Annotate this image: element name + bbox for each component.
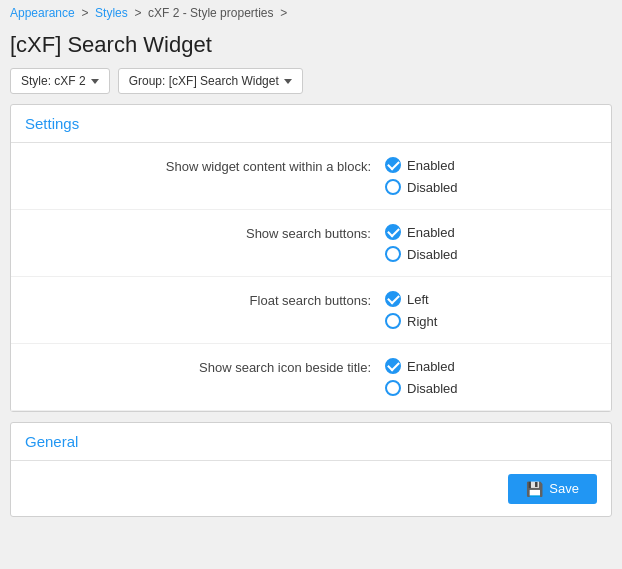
radio-label-0-0: Enabled — [407, 158, 455, 173]
setting-row-3: Show search icon beside title:EnabledDis… — [11, 344, 611, 411]
save-button[interactable]: 💾 Save — [508, 474, 597, 504]
save-label: Save — [549, 481, 579, 496]
radio-option-2-1[interactable]: Right — [385, 313, 437, 329]
radio-checked-icon — [385, 291, 401, 307]
setting-label-2: Float search buttons: — [25, 291, 385, 308]
setting-options-1: EnabledDisabled — [385, 224, 458, 262]
breadcrumb: Appearance > Styles > cXF 2 - Style prop… — [0, 0, 622, 26]
setting-label-3: Show search icon beside title: — [25, 358, 385, 375]
radio-label-1-0: Enabled — [407, 225, 455, 240]
radio-label-2-0: Left — [407, 292, 429, 307]
setting-options-3: EnabledDisabled — [385, 358, 458, 396]
radio-checked-icon — [385, 358, 401, 374]
settings-card: Settings Show widget content within a bl… — [10, 104, 612, 412]
radio-checked-icon — [385, 224, 401, 240]
save-icon: 💾 — [526, 481, 543, 497]
settings-header: Settings — [11, 105, 611, 143]
setting-label-0: Show widget content within a block: — [25, 157, 385, 174]
general-header: General — [11, 423, 611, 461]
radio-checked-icon — [385, 157, 401, 173]
style-dropdown[interactable]: Style: cXF 2 — [10, 68, 110, 94]
toolbar: Style: cXF 2 Group: [cXF] Search Widget — [0, 68, 622, 104]
style-dropdown-label: Style: cXF 2 — [21, 74, 86, 88]
radio-option-0-1[interactable]: Disabled — [385, 179, 458, 195]
page-title: [cXF] Search Widget — [0, 26, 622, 68]
radio-option-1-0[interactable]: Enabled — [385, 224, 458, 240]
radio-label-2-1: Right — [407, 314, 437, 329]
radio-option-1-1[interactable]: Disabled — [385, 246, 458, 262]
style-dropdown-caret-icon — [91, 79, 99, 84]
radio-label-3-1: Disabled — [407, 381, 458, 396]
setting-label-1: Show search buttons: — [25, 224, 385, 241]
settings-table: Show widget content within a block:Enabl… — [11, 143, 611, 411]
general-body: 💾 Save — [11, 461, 611, 516]
radio-unchecked-icon — [385, 380, 401, 396]
setting-row-0: Show widget content within a block:Enabl… — [11, 143, 611, 210]
setting-row-1: Show search buttons:EnabledDisabled — [11, 210, 611, 277]
radio-unchecked-icon — [385, 246, 401, 262]
setting-row-2: Float search buttons:LeftRight — [11, 277, 611, 344]
group-dropdown[interactable]: Group: [cXF] Search Widget — [118, 68, 303, 94]
setting-options-0: EnabledDisabled — [385, 157, 458, 195]
radio-label-1-1: Disabled — [407, 247, 458, 262]
breadcrumb-appearance[interactable]: Appearance — [10, 6, 75, 20]
radio-unchecked-icon — [385, 179, 401, 195]
radio-label-0-1: Disabled — [407, 180, 458, 195]
radio-option-0-0[interactable]: Enabled — [385, 157, 458, 173]
radio-label-3-0: Enabled — [407, 359, 455, 374]
general-card: General 💾 Save — [10, 422, 612, 517]
breadcrumb-current: cXF 2 - Style properties — [148, 6, 273, 20]
group-dropdown-label: Group: [cXF] Search Widget — [129, 74, 279, 88]
radio-unchecked-icon — [385, 313, 401, 329]
setting-options-2: LeftRight — [385, 291, 437, 329]
radio-option-3-1[interactable]: Disabled — [385, 380, 458, 396]
radio-option-3-0[interactable]: Enabled — [385, 358, 458, 374]
radio-option-2-0[interactable]: Left — [385, 291, 437, 307]
breadcrumb-styles[interactable]: Styles — [95, 6, 128, 20]
group-dropdown-caret-icon — [284, 79, 292, 84]
